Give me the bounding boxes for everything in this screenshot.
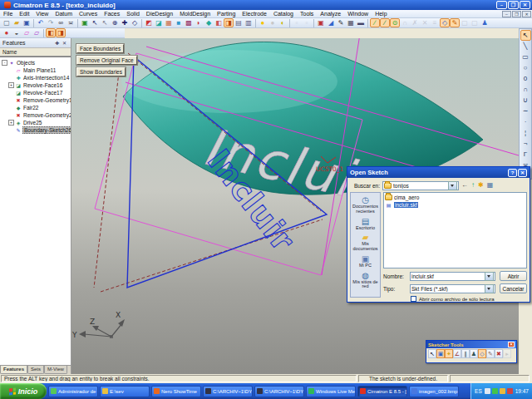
select-cursor-icon[interactable]: ↖ [520, 30, 531, 41]
corner-icon[interactable]: ¬ [520, 138, 531, 149]
language-indicator[interactable]: ES [475, 388, 482, 394]
undo-icon[interactable]: ↶ [36, 18, 46, 27]
tree-row[interactable]: ◆ Fair22 [0, 104, 71, 111]
ellipse-icon[interactable]: 0 [520, 73, 531, 84]
new-folder-icon[interactable]: ✱ [478, 181, 484, 190]
file-list[interactable]: ▤ cima_aero ▤ incluir.skf [383, 192, 527, 268]
gauge-icon[interactable]: ◒ [12, 28, 22, 37]
drive-icon[interactable]: ◆ [204, 18, 214, 27]
menu-item[interactable]: Solid [123, 11, 143, 17]
active-face-tool-icon[interactable]: ◨ [224, 18, 234, 27]
parallel-icon[interactable]: ∥ [461, 349, 470, 358]
menu-item[interactable]: Tools [297, 11, 317, 17]
close-button[interactable]: ✕ [518, 169, 527, 177]
measure-icon[interactable]: ≍ [66, 18, 76, 27]
taskbar-task-button[interactable]: imagen_002.bmp - Paint [409, 386, 459, 397]
file-name-combobox[interactable]: incluir.skf [410, 272, 495, 281]
runner-icon[interactable]: ♟ [470, 349, 478, 358]
circle-icon[interactable]: ⊙ [390, 18, 400, 27]
overlay-button[interactable]: Show Boundaries [76, 67, 126, 76]
close-icon[interactable]: ✕ [61, 40, 68, 46]
tree-row[interactable]: + ◪ Revolve-Face16 [0, 81, 71, 89]
menu-item[interactable]: Curves [76, 11, 101, 17]
tree-expander-icon[interactable] [8, 67, 14, 73]
places-item[interactable]: ◍ Mis sitios de red [351, 271, 381, 290]
menu-item[interactable]: Help [372, 11, 390, 17]
views-icon[interactable]: ▦ [487, 181, 494, 190]
help-button[interactable]: ? [508, 169, 517, 177]
circle-icon[interactable]: ○ [520, 62, 531, 73]
restore-button[interactable]: ❐ [508, 1, 519, 9]
stitch-icon[interactable]: ▩ [184, 18, 194, 27]
trim-icon[interactable]: ✗ [410, 18, 420, 27]
tree-expander-icon[interactable] [8, 105, 14, 111]
places-item[interactable]: ▰ Mis documentos [351, 233, 381, 252]
faces-icon[interactable]: ▦ [164, 18, 174, 27]
child-minimize-button[interactable]: – [502, 11, 511, 17]
file-row[interactable]: ▤ cima_aero [385, 194, 525, 201]
line-icon[interactable]: ╲ [520, 41, 531, 52]
lightbulb-off-icon[interactable]: ● [268, 18, 278, 27]
fit-view-icon[interactable]: ◇ [130, 18, 140, 27]
box-b-icon[interactable]: ▢ [470, 18, 480, 27]
sphere-icon[interactable]: ● [2, 28, 12, 37]
file-type-combobox[interactable]: Skt Files (*.skf) [410, 284, 495, 293]
menu-item[interactable]: Parting [214, 11, 239, 17]
places-item[interactable]: ▣ Mi PC [351, 254, 381, 268]
new-document-icon[interactable]: ▢ [2, 18, 12, 27]
cancel-button[interactable]: Cancelar [500, 283, 527, 293]
tree-row[interactable]: ✖ Remove-Geometry18 [0, 96, 71, 104]
curve-icon[interactable]: ∪ [520, 95, 531, 106]
volume-icon[interactable] [485, 388, 490, 394]
tree-row[interactable]: ✎ Boundary-Sketch26 [0, 126, 71, 134]
child-close-button[interactable]: ✕ [522, 11, 531, 17]
taskbar-task-button[interactable]: Windows Live Messen... [306, 386, 356, 397]
pin-icon[interactable]: ✚ [53, 40, 61, 46]
save-icon[interactable]: ▣ [22, 18, 32, 27]
key-icon[interactable]: ✦ [445, 349, 453, 358]
tree-expander-icon[interactable]: + [8, 82, 14, 88]
lightbulb-on-icon[interactable]: ● [258, 18, 268, 27]
solid-icon[interactable]: ■ [174, 18, 184, 27]
tree-row[interactable]: - ✦ Objects [0, 59, 71, 66]
kite-icon[interactable]: ◇ [440, 18, 450, 27]
person-icon[interactable]: ♟ [480, 18, 490, 27]
cut-icon[interactable]: ◧ [214, 18, 224, 27]
menu-item[interactable]: View [32, 11, 52, 17]
box-a-icon[interactable]: ▢ [460, 18, 470, 27]
tree-expander-icon[interactable] [8, 90, 14, 96]
tool-b-icon[interactable]: ▥ [244, 18, 254, 27]
panel-tab[interactable]: M-View [44, 366, 67, 374]
centerline-icon[interactable]: ¦ [520, 127, 531, 138]
offset-icon[interactable]: ≡ [430, 18, 440, 27]
menu-item[interactable]: Datum [52, 11, 76, 17]
open-folder-icon[interactable]: ▰ [12, 18, 22, 27]
panel-tab[interactable]: Features [0, 366, 27, 374]
constraint-icon[interactable]: ▣ [436, 349, 445, 358]
update-icon[interactable] [500, 388, 505, 394]
minimize-button[interactable]: – [496, 1, 507, 9]
arc-icon[interactable]: ∩ [400, 18, 410, 27]
tree-expander-icon[interactable]: - [2, 60, 7, 66]
kite-icon[interactable]: ◇ [478, 349, 486, 358]
sketcher-tools-title-bar[interactable]: Sketcher Tools ✕ [426, 341, 516, 348]
plane-icon[interactable]: ▱ [22, 28, 32, 37]
taskbar-task-button[interactable]: C:\ARCHIV~1\DYNAF... [203, 386, 253, 397]
select-icon[interactable]: ↖ [428, 349, 436, 358]
menu-item[interactable]: Electrode [239, 11, 270, 17]
places-item[interactable]: ▤ Escritorio [351, 217, 381, 231]
panel-tab[interactable]: Sets [27, 366, 44, 374]
eyeglasses-icon[interactable]: ∞ [56, 18, 66, 27]
line-icon[interactable]: ∕ [370, 18, 380, 27]
menu-item[interactable]: DieDesign [143, 11, 176, 17]
menu-item[interactable]: Catalog [270, 11, 297, 17]
pencil-icon[interactable]: ✎ [336, 18, 346, 27]
angle-icon[interactable]: ∠ [453, 349, 461, 358]
spline-icon[interactable]: ∼ [520, 106, 531, 116]
tree-row[interactable]: ✖ Remove-Geometry24 [0, 111, 71, 119]
grid-icon[interactable]: ▦ [346, 18, 356, 27]
readonly-checkbox[interactable] [411, 296, 416, 302]
messenger-tray-icon[interactable] [492, 388, 498, 394]
tree-row[interactable]: + ◈ Drive25 [0, 119, 71, 126]
file-row[interactable]: ▤ incluir.skf [385, 201, 525, 209]
